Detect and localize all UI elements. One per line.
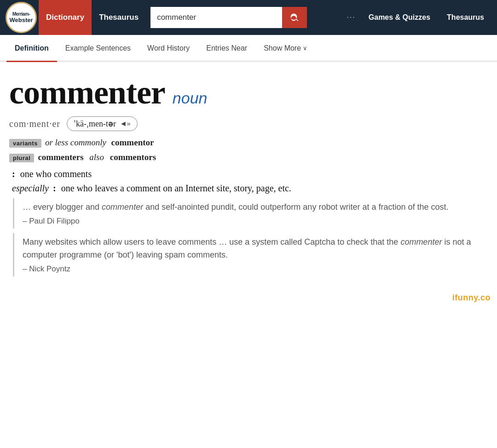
plural-text: commenters also commentors xyxy=(38,152,156,162)
nav-dictionary-button[interactable]: Dictionary xyxy=(39,0,92,35)
citation-1-text: … every blogger and commenter and self-a… xyxy=(23,201,488,214)
pronunciation-pill[interactable]: ˈkä-ˌmen-tər ◄» xyxy=(67,116,138,131)
entry-pos: noun xyxy=(173,89,208,107)
variants-text: or less commonly commentor xyxy=(45,138,154,148)
tabs-bar: Definition Example Sentences Word Histor… xyxy=(0,35,497,62)
search-icon xyxy=(289,12,300,23)
variants-row: variants or less commonly commentor xyxy=(9,138,488,148)
syllable-text: com·ment·er xyxy=(9,119,60,129)
definition-1: : one who comments xyxy=(9,169,488,179)
citation-2-author: – Nick Poyntz xyxy=(23,264,488,274)
logo-top: Merriam- xyxy=(12,11,30,17)
search-bar xyxy=(150,7,307,28)
nav-thesaurus-right-button[interactable]: Thesaurus xyxy=(439,0,491,35)
chevron-down-icon: ∨ xyxy=(303,45,307,52)
citation-block-1: … every blogger and commenter and self-a… xyxy=(13,198,488,229)
tab-word-history[interactable]: Word History xyxy=(139,35,198,62)
ifunny-watermark: ifunny.co xyxy=(0,290,497,304)
citation-2-text: Many websites which allow users to leave… xyxy=(23,236,488,262)
tab-definition[interactable]: Definition xyxy=(6,35,57,62)
header: Merriam- Webster Dictionary Thesaurus ··… xyxy=(0,0,497,35)
tab-example-sentences[interactable]: Example Sentences xyxy=(57,35,139,62)
definition-2: especially : one who leaves a comment on… xyxy=(9,183,488,194)
entry-word: commenter xyxy=(9,74,165,112)
tab-show-more[interactable]: Show More ∨ xyxy=(255,35,316,62)
header-right-nav: ··· Games & Quizzes Thesaurus xyxy=(343,0,491,35)
plural-row: plural commenters also commentors xyxy=(9,152,488,162)
pronunciation-text: ˈkä-ˌmen-tər xyxy=(74,119,116,129)
word-heading: commenter noun xyxy=(9,74,488,112)
nav-thesaurus-left-button[interactable]: Thesaurus xyxy=(92,0,146,35)
logo-bottom: Webster xyxy=(9,17,33,23)
audio-icon: ◄» xyxy=(120,120,131,128)
search-button[interactable] xyxy=(282,7,307,28)
nav-games-button[interactable]: Games & Quizzes xyxy=(361,0,438,35)
tab-entries-near[interactable]: Entries Near xyxy=(198,35,255,62)
main-content: commenter noun com·ment·er ˈkä-ˌmen-tər … xyxy=(0,62,497,290)
search-input[interactable] xyxy=(150,7,282,28)
syllable-line: com·ment·er ˈkä-ˌmen-tər ◄» xyxy=(9,116,488,131)
plural-badge: plural xyxy=(9,154,34,162)
citation-block-2: Many websites which allow users to leave… xyxy=(13,233,488,276)
citation-1-author: – Paul Di Filippo xyxy=(23,217,488,226)
logo[interactable]: Merriam- Webster xyxy=(6,2,37,33)
dots-icon: ··· xyxy=(343,13,359,23)
variants-badge: variants xyxy=(9,139,41,148)
definition-section: : one who comments especially : one who … xyxy=(9,169,488,194)
